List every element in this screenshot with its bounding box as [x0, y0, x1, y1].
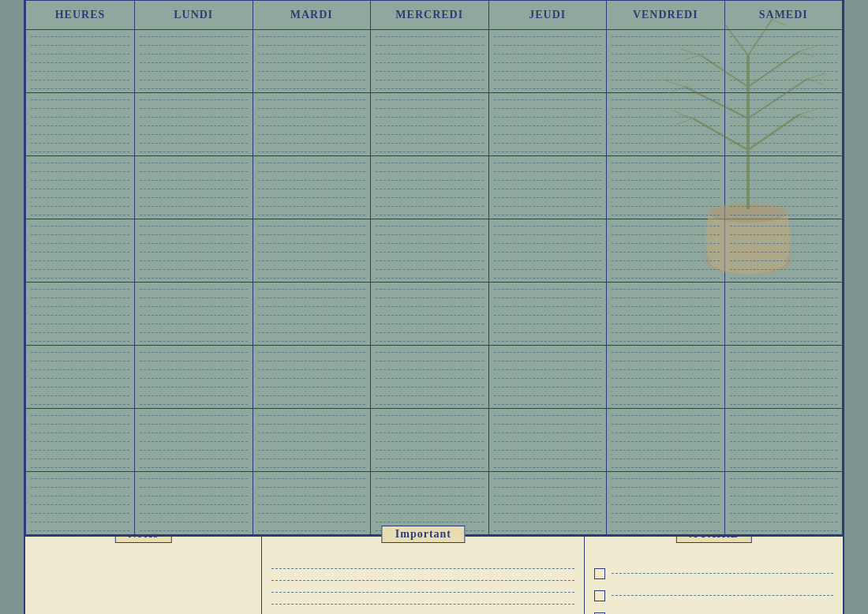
- col-header-heures: HEURES: [26, 0, 135, 29]
- afaire-line: [612, 595, 833, 596]
- table-cell: [488, 92, 607, 155]
- table-cell: [253, 219, 371, 282]
- bottom-section: Notes: [25, 535, 843, 615]
- table-cell: [135, 155, 253, 219]
- table-cell: [135, 345, 253, 408]
- col-header-mardi: MARDI: [253, 0, 371, 29]
- checkbox[interactable]: [594, 590, 605, 601]
- table-cell: [26, 92, 135, 155]
- table-cell: [724, 282, 843, 345]
- table-cell: [135, 219, 253, 282]
- table-cell: [724, 155, 843, 219]
- table-cell: [135, 29, 253, 92]
- afaire-item: [594, 590, 833, 601]
- table-cell: [607, 29, 725, 92]
- col-header-lundi: LUNDI: [135, 0, 253, 29]
- important-lines-container: [262, 537, 584, 615]
- important-label: Important: [382, 526, 465, 543]
- table-cell: [607, 345, 725, 408]
- notes-col: Notes: [25, 537, 262, 615]
- table-cell: [607, 92, 725, 155]
- table-cell: [488, 29, 607, 92]
- important-line: [271, 592, 574, 593]
- col-header-mercredi: MERCREDI: [371, 0, 489, 29]
- afaire-col: A FAIRE Écris mon Amour: [585, 537, 843, 615]
- afaire-item: [594, 568, 833, 579]
- table-cell: [488, 282, 607, 345]
- table-cell: [724, 29, 843, 92]
- table-cell: [371, 345, 489, 408]
- table-cell: [371, 408, 489, 471]
- checkbox[interactable]: [594, 568, 605, 579]
- important-line: [271, 604, 574, 605]
- table-cell: [26, 29, 135, 92]
- table-cell: [488, 471, 607, 534]
- important-col: Important: [262, 537, 585, 615]
- notes-label: Notes: [114, 537, 171, 543]
- table-cell: [253, 408, 371, 471]
- table-cell: [724, 345, 843, 408]
- table-cell: [488, 155, 607, 219]
- table-cell: [26, 345, 135, 408]
- table-cell: [724, 219, 843, 282]
- table-cell: [371, 219, 489, 282]
- main-container: Apprendre et s'amuser dans la nature ! 🙂…: [24, 0, 844, 614]
- table-cell: [488, 408, 607, 471]
- table-cell: [135, 471, 253, 534]
- table-cell: [135, 408, 253, 471]
- table-cell: [724, 92, 843, 155]
- table-cell: [607, 408, 725, 471]
- table-cell: [253, 155, 371, 219]
- table-cell: [371, 155, 489, 219]
- table-cell: [253, 29, 371, 92]
- table-cell: [26, 408, 135, 471]
- table-cell: [488, 219, 607, 282]
- table-cell: [607, 219, 725, 282]
- col-header-vendredi: VENDREDI: [607, 0, 725, 29]
- table-cell: [607, 282, 725, 345]
- table-cell: [371, 282, 489, 345]
- table-cell: [371, 29, 489, 92]
- table-cell: [371, 92, 489, 155]
- table-cell: [488, 345, 607, 408]
- table-cell: [253, 282, 371, 345]
- table-cell: [607, 155, 725, 219]
- table-cell: [26, 282, 135, 345]
- table-cell: [724, 408, 843, 471]
- table-cell: [26, 471, 135, 534]
- table-cell: [26, 219, 135, 282]
- table-cell: [135, 282, 253, 345]
- important-line: [271, 568, 574, 569]
- afaire-label: A FAIRE: [676, 537, 752, 543]
- afaire-line: [612, 573, 833, 574]
- table-cell: [253, 471, 371, 534]
- table-cell: [607, 471, 725, 534]
- table-cell: [135, 92, 253, 155]
- table-cell: [253, 92, 371, 155]
- important-line: [271, 580, 574, 581]
- col-header-samedi: SAMEDI: [724, 0, 843, 29]
- table-cell: [253, 345, 371, 408]
- schedule-table: HEURES LUNDI MARDI MERCREDI JEUDI VENDRE…: [25, 0, 843, 535]
- table-cell: [724, 471, 843, 534]
- table-cell: [26, 155, 135, 219]
- col-header-jeudi: JEUDI: [488, 0, 607, 29]
